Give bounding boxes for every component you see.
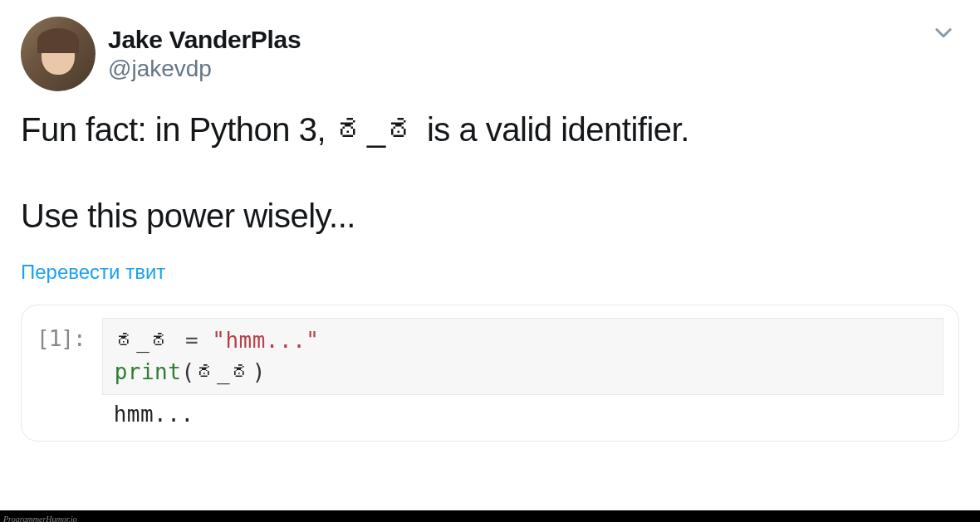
code-arg: ಠ_ಠ: [195, 359, 252, 384]
code-operator: =: [172, 328, 212, 353]
code-identifier: ಠ_ಠ: [115, 328, 172, 353]
watermark-bar: ProgrammerHumor.io: [0, 510, 980, 522]
code-func: print: [115, 359, 182, 384]
author-display-name[interactable]: Jake VanderPlas: [108, 26, 301, 54]
translate-tweet-link[interactable]: Перевести твит: [21, 261, 165, 284]
code-string: "hmm...": [212, 328, 319, 353]
user-info: Jake VanderPlas @jakevdp: [108, 26, 301, 82]
watermark-text: ProgrammerHumor.io: [0, 515, 77, 522]
author-handle[interactable]: @jakevdp: [108, 56, 301, 82]
tweet-text-line2: Use this power wisely...: [21, 194, 959, 237]
code-input-cell: ಠ_ಠ = "hmm..." print(ಠ_ಠ): [102, 318, 943, 395]
tweet-container: Jake VanderPlas @jakevdp Fun fact: in Py…: [0, 0, 980, 442]
code-paren-open: (: [181, 359, 194, 384]
code-paren-close: ): [252, 359, 266, 384]
chevron-down-icon[interactable]: [928, 17, 959, 51]
code-card: [1]: ಠ_ಠ = "hmm..." print(ಠ_ಠ) hmm...: [21, 305, 959, 442]
jupyter-prompt: [1]:: [37, 318, 86, 351]
tweet-header: Jake VanderPlas @jakevdp: [21, 17, 959, 91]
code-row: [1]: ಠ_ಠ = "hmm..." print(ಠ_ಠ) hmm...: [37, 318, 943, 428]
avatar[interactable]: [21, 17, 96, 91]
tweet-text-line1: Fun fact: in Python 3, ಠ_ಠ is a valid id…: [21, 108, 959, 151]
tweet-author-block[interactable]: Jake VanderPlas @jakevdp: [21, 17, 301, 91]
code-block: ಠ_ಠ = "hmm..." print(ಠ_ಠ) hmm...: [102, 318, 943, 428]
code-output: hmm...: [102, 395, 943, 428]
tweet-body: Fun fact: in Python 3, ಠ_ಠ is a valid id…: [21, 108, 959, 237]
